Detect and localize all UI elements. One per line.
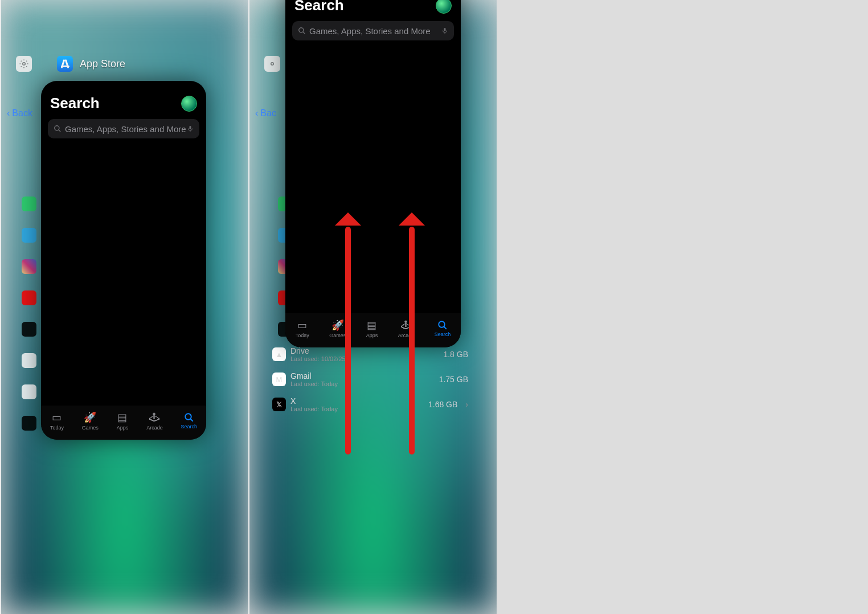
settings-icon xyxy=(16,56,32,72)
account-avatar[interactable] xyxy=(436,0,452,14)
appstore-title: Search xyxy=(294,0,344,14)
appstore-card[interactable]: Search Games, Apps, Stories and More ▭To… xyxy=(41,81,206,440)
search-input[interactable]: Games, Apps, Stories and More xyxy=(292,21,454,40)
search-placeholder: Games, Apps, Stories and More xyxy=(65,124,186,134)
tab-apps[interactable]: ▤Apps xyxy=(366,319,378,338)
panel-app-switcher-1: App Store ‹ Back W T I Y A D G X Search … xyxy=(0,0,248,614)
svg-point-7 xyxy=(439,321,445,328)
appstore-icon xyxy=(57,56,73,72)
back-link[interactable]: ‹ Back xyxy=(7,108,32,118)
tab-search[interactable]: Search xyxy=(181,412,198,429)
tab-search[interactable]: Search xyxy=(435,320,451,337)
tab-today[interactable]: ▭Today xyxy=(296,319,309,338)
x-icon: 𝕏 xyxy=(272,398,286,411)
svg-point-1 xyxy=(55,126,59,130)
appstore-title: Search xyxy=(50,95,100,112)
tab-games[interactable]: 🚀Games xyxy=(82,411,99,431)
mic-icon[interactable] xyxy=(187,124,194,133)
mic-icon[interactable] xyxy=(441,26,448,35)
card-title-appstore: App Store xyxy=(57,56,125,72)
search-icon xyxy=(54,125,62,133)
panel-app-switcher-2: ‹ Bac ▲ Drive Last used: 10/02/25 1.8 GB… xyxy=(248,0,497,614)
tab-today[interactable]: ▭Today xyxy=(50,411,64,431)
back-label: Back xyxy=(12,108,32,118)
svg-point-0 xyxy=(23,63,26,66)
card-title-label: App Store xyxy=(80,58,125,70)
search-icon xyxy=(298,27,306,35)
gmail-icon: M xyxy=(272,373,286,386)
search-placeholder: Games, Apps, Stories and More xyxy=(309,26,431,36)
svg-rect-6 xyxy=(444,28,446,31)
drive-icon: ▲ xyxy=(272,347,286,361)
chevron-right-icon: › xyxy=(465,400,468,409)
card-title-settings xyxy=(16,56,32,72)
svg-rect-2 xyxy=(190,126,191,129)
storage-row[interactable]: M Gmail Last used: Today 1.75 GB xyxy=(272,367,468,392)
settings-icon xyxy=(264,56,280,72)
back-link[interactable]: ‹ Bac xyxy=(255,108,276,118)
appstore-card-swiping[interactable]: Search Games, Apps, Stories and More ▭To… xyxy=(285,0,461,347)
svg-point-4 xyxy=(271,63,274,66)
tab-games[interactable]: 🚀Games xyxy=(329,319,346,338)
tab-apps[interactable]: ▤Apps xyxy=(117,411,129,431)
card-title-settings xyxy=(264,56,280,72)
storage-list: ▲ Drive Last used: 10/02/25 1.8 GB M Gma… xyxy=(272,342,468,417)
svg-point-3 xyxy=(185,414,191,420)
chevron-left-icon: ‹ xyxy=(255,108,258,118)
swipe-up-arrow xyxy=(409,227,415,455)
svg-point-5 xyxy=(299,28,304,32)
storage-row[interactable]: 𝕏 X Last used: Today 1.68 GB › xyxy=(272,392,468,417)
swipe-up-arrow xyxy=(345,227,351,455)
tab-arcade[interactable]: 🕹Arcade xyxy=(146,412,163,431)
account-avatar[interactable] xyxy=(181,96,197,112)
appstore-tabbar: ▭Today 🚀Games ▤Apps 🕹Arcade Search xyxy=(285,313,461,347)
search-input[interactable]: Games, Apps, Stories and More xyxy=(48,119,199,138)
back-label: Bac xyxy=(260,108,276,118)
chevron-left-icon: ‹ xyxy=(7,108,10,118)
appstore-tabbar: ▭Today 🚀Games ▤Apps 🕹Arcade Search xyxy=(41,406,206,440)
